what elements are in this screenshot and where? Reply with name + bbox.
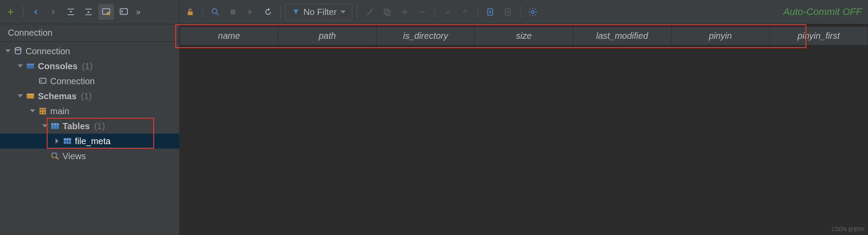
tree-label: Connection: [50, 76, 95, 86]
tree-node-file-meta[interactable]: file_meta: [0, 134, 179, 149]
tables-folder-icon: [50, 121, 60, 131]
open-console-button[interactable]: [116, 4, 132, 20]
plus-icon: [6, 7, 15, 17]
refresh-icon: [263, 7, 273, 17]
explorer-toolbar: »: [0, 0, 179, 24]
svg-rect-2: [120, 9, 128, 15]
console-button[interactable]: [98, 4, 114, 20]
tree-count: (1): [82, 61, 92, 71]
toolbar-separator: [435, 6, 435, 18]
arrow-right-icon: [48, 7, 58, 17]
grid-toolbar: No Filter: [180, 0, 868, 24]
lock-button[interactable]: [182, 4, 198, 20]
table-body-empty[interactable]: [180, 45, 868, 235]
svg-point-30: [371, 9, 373, 11]
tree-node-schemas[interactable]: Schemas (1): [0, 89, 179, 104]
chevron-right-icon[interactable]: [54, 138, 60, 144]
filter-label: No Filter: [303, 7, 337, 17]
find-button[interactable]: [207, 4, 223, 20]
refresh-button[interactable]: [260, 4, 276, 20]
import-button[interactable]: [500, 4, 516, 20]
settings-button[interactable]: [525, 4, 541, 20]
column-header[interactable]: size: [475, 27, 573, 45]
rollback-button[interactable]: [457, 4, 473, 20]
panel-title: Connection: [0, 24, 179, 42]
column-header[interactable]: last_modified: [573, 27, 672, 45]
collapse-button[interactable]: [63, 4, 79, 20]
minus-icon: [417, 7, 427, 17]
toolbar-separator: [520, 6, 521, 18]
console-file-icon: [38, 76, 48, 86]
add-button[interactable]: [3, 4, 18, 20]
svg-rect-10: [41, 109, 42, 110]
terminal-icon: [119, 7, 129, 17]
chevron-down-icon[interactable]: [29, 108, 35, 114]
chevron-down-icon[interactable]: [41, 123, 48, 129]
chevron-down-icon[interactable]: [4, 48, 11, 54]
tree-node-consoles[interactable]: Consoles (1): [0, 59, 179, 74]
database-tree[interactable]: Connection Consoles (1) Connection: [0, 42, 179, 235]
nav-forward-button[interactable]: [45, 4, 61, 20]
chevron-down-icon[interactable]: [17, 63, 23, 69]
plus-icon: [400, 7, 410, 17]
export-button[interactable]: [482, 4, 498, 20]
column-header[interactable]: pinyin_first: [770, 27, 868, 45]
filter-dropdown[interactable]: No Filter: [285, 4, 352, 20]
tree-node-views[interactable]: Views: [0, 149, 179, 164]
duplicate-button[interactable]: [379, 4, 395, 20]
resume-button[interactable]: [243, 4, 259, 20]
table-icon: [63, 136, 72, 146]
svg-rect-29: [231, 10, 236, 15]
tree-node-console-item[interactable]: Connection: [0, 74, 179, 89]
toolbar-separator: [203, 6, 203, 18]
svg-point-1: [107, 12, 110, 15]
consoles-folder-icon: [26, 61, 35, 71]
tree-label: Connection: [26, 46, 70, 56]
tree-node-connection[interactable]: Connection: [0, 44, 179, 59]
svg-rect-13: [44, 112, 45, 113]
play-lines-icon: [246, 7, 255, 17]
tree-node-tables[interactable]: Tables (1): [0, 119, 179, 134]
column-header[interactable]: is_directory: [377, 27, 475, 45]
column-header[interactable]: path: [278, 27, 377, 45]
stop-button[interactable]: [225, 4, 241, 20]
tree-count: (1): [81, 91, 92, 101]
svg-rect-5: [27, 64, 34, 65]
commit-icon: [443, 7, 452, 17]
svg-point-27: [212, 9, 217, 14]
expand-button[interactable]: [81, 4, 96, 20]
column-header[interactable]: name: [180, 27, 278, 45]
nav-back-button[interactable]: [28, 4, 44, 20]
tree-label: Consoles: [38, 61, 78, 71]
views-icon: [50, 151, 60, 161]
svg-rect-9: [40, 108, 46, 115]
clipboard-down-icon: [485, 7, 495, 17]
svg-rect-11: [44, 109, 45, 110]
funnel-icon: [292, 8, 300, 16]
tree-label: main: [50, 106, 69, 116]
wand-icon: [365, 7, 374, 17]
expand-icon: [84, 7, 93, 17]
arrow-left-icon: [31, 7, 41, 17]
clipboard-up-icon: [503, 7, 513, 17]
add-row-button[interactable]: [397, 4, 413, 20]
tree-node-main-schema[interactable]: main: [0, 104, 179, 119]
toolbar-separator: [23, 6, 23, 18]
svg-point-3: [15, 48, 21, 50]
column-header[interactable]: pinyin: [672, 27, 770, 45]
svg-rect-26: [188, 11, 193, 15]
tree-count: (1): [94, 121, 105, 131]
wand-button[interactable]: [362, 4, 377, 20]
chevron-down-icon[interactable]: [17, 93, 23, 99]
svg-rect-8: [27, 94, 34, 95]
table-column-headers: name path is_directory size last_modifie…: [180, 27, 868, 45]
lock-open-icon: [185, 7, 195, 17]
commit-button[interactable]: [440, 4, 455, 20]
remove-row-button[interactable]: [414, 4, 430, 20]
console-gear-icon: [101, 7, 111, 17]
tree-label: Views: [63, 151, 86, 161]
auto-commit-status[interactable]: Auto-Commit OFF: [783, 6, 865, 18]
toolbar-overflow[interactable]: »: [133, 7, 143, 17]
svg-line-28: [217, 13, 219, 15]
schema-icon: [38, 106, 48, 116]
